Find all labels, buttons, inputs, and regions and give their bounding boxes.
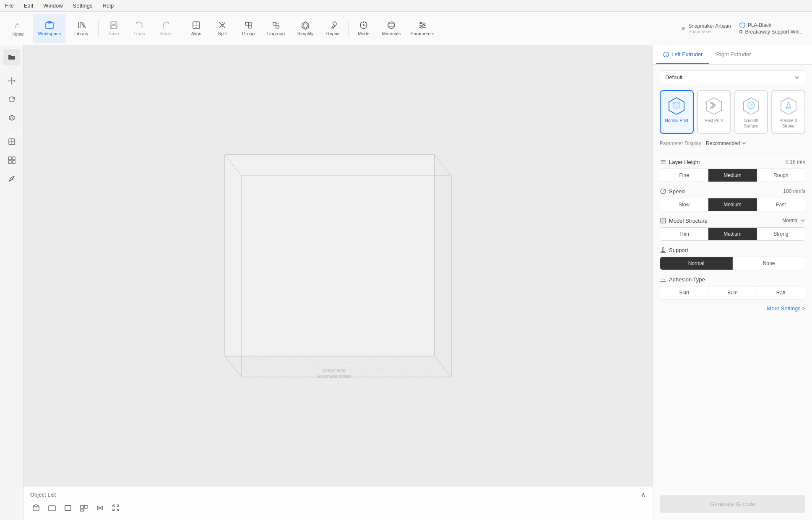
generate-gcode-button[interactable]: Generate G-code: [660, 495, 805, 513]
model-structure-section: Model Structure Normal Thin Medium Stron…: [660, 217, 805, 241]
layer-height-header: Layer Height 0.16 mm: [660, 159, 805, 165]
toolbar-align-button[interactable]: Align: [184, 14, 209, 43]
toolbar-redo-button[interactable]: Redo: [153, 14, 178, 43]
support-header: Support: [660, 247, 805, 253]
adhesion-brim-button[interactable]: Brim: [708, 286, 757, 299]
svg-point-30: [421, 26, 422, 28]
toolbar-workspace-button[interactable]: Workspace: [33, 14, 66, 43]
svg-rect-52: [225, 155, 435, 356]
material-right: R Breakaway Support-Whi...: [739, 29, 804, 35]
toolbar-repair-button[interactable]: Repair: [320, 14, 346, 43]
toolbar-mode-button[interactable]: Mode: [351, 14, 376, 43]
support-normal-button[interactable]: Normal: [660, 257, 733, 270]
svg-rect-86: [81, 505, 83, 508]
speed-slow-button[interactable]: Slow: [660, 198, 708, 211]
simplify-label: Simplify: [297, 31, 314, 36]
svg-rect-45: [12, 161, 15, 164]
structure-strong-button[interactable]: Strong: [757, 228, 805, 240]
speed-fast-button[interactable]: Fast: [757, 198, 805, 211]
printer-sub: Snapmaker: [688, 29, 731, 34]
tab-left-extruder[interactable]: Left Extruder: [656, 45, 709, 64]
toolbar-simplify-button[interactable]: Simplify: [291, 14, 320, 43]
ungroup-icon: [271, 21, 281, 30]
sidebar-scale-button[interactable]: [3, 109, 20, 126]
profile-dropdown[interactable]: Default: [660, 70, 805, 84]
menu-help[interactable]: Help: [101, 2, 116, 10]
normal-dropdown[interactable]: Normal: [782, 218, 805, 224]
svg-rect-84: [65, 505, 71, 510]
paint-icon: [8, 174, 16, 183]
svg-rect-43: [12, 157, 15, 160]
sidebar-move-button[interactable]: [3, 73, 20, 89]
info-icon: [663, 52, 669, 57]
toolbar-split-button[interactable]: Split: [210, 14, 235, 43]
group-icon: [244, 21, 253, 30]
speed-section: Speed 100 mm/s Slow Medium Fast: [660, 188, 805, 211]
layers-icon: [660, 159, 666, 165]
more-settings-link[interactable]: More Settings >: [767, 305, 805, 312]
menu-edit[interactable]: Edit: [22, 2, 35, 10]
svg-line-61: [225, 356, 242, 377]
sidebar-rotate-button[interactable]: [3, 91, 20, 108]
tab-right-extruder[interactable]: Right Extruder: [709, 45, 757, 64]
speed-label-group: Speed: [660, 188, 685, 195]
add-cylinder-button[interactable]: [62, 502, 74, 515]
cylinder-icon: [64, 504, 72, 512]
support-none-button[interactable]: None: [733, 257, 805, 270]
adhesion-skirt-button[interactable]: Skirt: [660, 286, 708, 299]
sidebar-divider-2: [4, 130, 19, 130]
sidebar-map-button[interactable]: [3, 133, 20, 150]
add-box-button[interactable]: [78, 502, 90, 515]
library-icon: [77, 21, 86, 30]
svg-marker-111: [781, 98, 796, 114]
toolbar-ungroup-button[interactable]: Ungroup: [262, 14, 290, 43]
svg-rect-42: [8, 157, 11, 160]
speed-medium-button[interactable]: Medium: [708, 198, 757, 211]
toolbar-save-button[interactable]: Save: [101, 14, 126, 43]
repair-icon: [328, 21, 338, 30]
canvas-viewport[interactable]: Snapmaker Snapmaker Artisan: [23, 45, 653, 486]
sidebar-folder-button[interactable]: [3, 49, 20, 65]
toolbar-home-button[interactable]: ⌂ Home: [3, 14, 32, 43]
mode-card-normal[interactable]: Normal Print: [660, 90, 694, 134]
svg-line-68: [372, 356, 388, 377]
add-sphere-button[interactable]: [46, 502, 58, 515]
layer-medium-button[interactable]: Medium: [708, 169, 757, 182]
mirror-button[interactable]: [94, 502, 106, 515]
layer-height-buttons: Fine Medium Rough: [660, 169, 805, 182]
recommended-value: Recommended: [706, 140, 740, 146]
object-list-header: Object List ∧: [30, 491, 646, 499]
mode-card-smooth[interactable]: Smooth Surface: [734, 90, 768, 134]
printer-name-block: Snapmaker Artisan Snapmaker: [688, 23, 731, 34]
recommended-dropdown[interactable]: Recommended: [706, 140, 747, 146]
svg-marker-34: [11, 83, 13, 85]
fast-print-label: Fast Print: [705, 118, 723, 123]
toolbar-library-button[interactable]: Library: [67, 14, 96, 43]
toolbar-group-button[interactable]: Group: [236, 14, 261, 43]
layer-rough-button[interactable]: Rough: [757, 169, 805, 182]
compress-button[interactable]: [110, 502, 122, 515]
sidebar-paint-button[interactable]: [3, 170, 20, 187]
menu-file[interactable]: File: [3, 2, 16, 10]
workspace-label: Workspace: [38, 31, 61, 36]
printer-info: Snapmaker Artisan Snapmaker: [682, 23, 731, 34]
mode-card-precise[interactable]: Precise & Strong: [771, 90, 805, 134]
toolbar-materials-button[interactable]: Materials: [377, 14, 406, 43]
menu-settings[interactable]: Settings: [71, 2, 94, 10]
sidebar-build-button[interactable]: [3, 152, 20, 169]
sphere-icon: [48, 504, 56, 512]
toolbar-undo-button[interactable]: Undo: [127, 14, 152, 43]
toolbar-parameters-button[interactable]: Parameters: [406, 14, 438, 43]
structure-medium-button[interactable]: Medium: [708, 228, 757, 240]
mode-card-fast[interactable]: Fast Print: [697, 90, 731, 134]
model-structure-label-group: Model Structure: [660, 217, 708, 224]
speed-value: 100 mm/s: [783, 188, 805, 194]
layer-height-label: Layer Height: [669, 159, 700, 165]
object-list-toggle[interactable]: ∧: [641, 491, 646, 499]
adhesion-raft-button[interactable]: Raft: [757, 286, 805, 299]
menu-bar: File Edit Window Settings Help: [0, 0, 812, 12]
structure-thin-button[interactable]: Thin: [660, 228, 708, 240]
add-cube-button[interactable]: [30, 502, 42, 515]
layer-fine-button[interactable]: Fine: [660, 169, 708, 182]
menu-window[interactable]: Window: [42, 2, 64, 10]
